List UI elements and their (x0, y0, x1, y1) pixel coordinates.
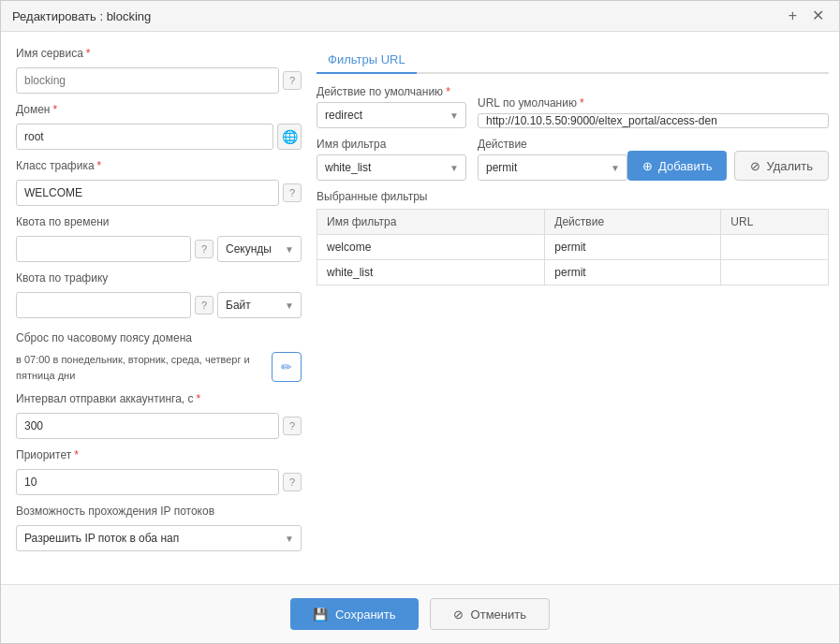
right-panel: Фильтры URL Действие по умолчанию * redi… (317, 47, 829, 569)
schedule-label: Сброс по часовому поясу домена (16, 331, 302, 344)
action-group: Действие permit deny redirect ▼ (478, 138, 627, 181)
filters-table: Имя фильтра Действие URL welcomepermitwh… (317, 209, 829, 285)
accounting-help-button[interactable]: ? (283, 417, 302, 435)
globe-button[interactable]: 🌐 (277, 124, 302, 150)
default-action-label: Действие по умолчанию * (317, 85, 466, 98)
close-window-button[interactable]: ✕ (808, 8, 828, 23)
priority-input[interactable] (16, 469, 279, 495)
default-url-input[interactable] (478, 113, 829, 128)
col-url: URL (721, 210, 829, 235)
action-label: Действие (478, 138, 627, 151)
cancel-button[interactable]: ⊘ Отменить (430, 598, 550, 630)
tabs: Фильтры URL (317, 47, 829, 74)
traffic-quota-input[interactable] (16, 292, 191, 318)
table-cell-url (721, 235, 829, 260)
time-unit-select[interactable]: Секунды Минуты Часы (217, 236, 302, 262)
time-unit-wrapper: Секунды Минуты Часы ▼ (217, 236, 302, 262)
traffic-class-row: ? (16, 180, 302, 206)
traffic-quota-help-button[interactable]: ? (195, 296, 214, 315)
table-header-row: Имя фильтра Действие URL (317, 210, 829, 235)
service-name-row: ? (16, 67, 302, 94)
time-quota-help-button[interactable]: ? (195, 240, 214, 258)
filter-controls-row: Имя фильтра white_list welcome default ▼… (317, 138, 829, 181)
filter-action-buttons: ⊕ Добавить ⊘ Удалить (627, 151, 829, 181)
ip-flow-wrapper: Разрешить IP поток в оба нап Только вход… (16, 525, 302, 551)
table-cell-url (721, 260, 829, 285)
traffic-quota-group: Квота по трафику ? Байт Кбайт Мбайт ▼ (16, 271, 302, 318)
traffic-quota-label: Квота по трафику (16, 271, 302, 285)
priority-row: ? (16, 469, 302, 495)
action-select[interactable]: permit deny redirect (478, 154, 627, 181)
accounting-group: Интервал отправки аккаунтинга, с * ? (16, 392, 302, 439)
service-name-group: Имя сервиса * ? (16, 47, 302, 94)
save-icon: 💾 (313, 607, 328, 622)
table-row[interactable]: welcomepermit (317, 235, 829, 260)
window-controls: + ✕ (785, 8, 828, 23)
traffic-quota-row: ? Байт Кбайт Мбайт ▼ (16, 292, 302, 318)
traffic-unit-select[interactable]: Байт Кбайт Мбайт (217, 292, 302, 318)
accounting-row: ? (16, 413, 302, 439)
ip-flow-group: Возможность прохождения IP потоков Разре… (16, 505, 302, 551)
table-cell-action: permit (545, 260, 721, 285)
table-cell-filter_name: welcome (317, 235, 545, 260)
default-action-group: Действие по умолчанию * redirect permit … (317, 85, 466, 128)
traffic-unit-wrapper: Байт Кбайт Мбайт ▼ (217, 292, 302, 318)
priority-label: Приоритет * (16, 448, 302, 461)
window-title: Редактировать : blocking (12, 9, 151, 23)
time-quota-group: Квота по времени ? Секунды Минуты Часы ▼ (16, 215, 302, 262)
ip-flow-select[interactable]: Разрешить IP поток в оба нап Только вход… (16, 525, 302, 551)
default-url-group: URL по умолчанию * (478, 96, 829, 128)
col-filter-name: Имя фильтра (317, 210, 545, 235)
filter-name-wrapper: white_list welcome default ▼ (317, 154, 466, 181)
filter-name-select[interactable]: white_list welcome default (317, 154, 466, 181)
table-cell-action: permit (545, 235, 721, 260)
selected-filters-label: Выбранные фильтры (317, 190, 829, 203)
domain-input[interactable] (16, 124, 273, 150)
filter-selects: Имя фильтра white_list welcome default ▼… (317, 138, 627, 181)
schedule-text: в 07:00 в понедельник, вторник, среда, ч… (16, 352, 264, 383)
schedule-row: в 07:00 в понедельник, вторник, среда, ч… (16, 352, 302, 383)
traffic-class-label: Класс трафика * (16, 159, 302, 172)
filter-name-group: Имя фильтра white_list welcome default ▼ (317, 138, 466, 181)
window-content: Имя сервиса * ? Домен * 🌐 (1, 32, 839, 584)
domain-row: 🌐 (16, 124, 302, 150)
table-row[interactable]: white_listpermit (317, 260, 829, 285)
default-url-label: URL по умолчанию * (478, 96, 829, 110)
default-row: Действие по умолчанию * redirect permit … (317, 85, 829, 128)
main-window: Редактировать : blocking + ✕ Имя сервиса… (0, 0, 840, 644)
schedule-group: Сброс по часовому поясу домена в 07:00 в… (16, 331, 302, 383)
tab-url-filters[interactable]: Фильтры URL (317, 47, 417, 74)
col-action: Действие (545, 210, 721, 235)
titlebar: Редактировать : blocking + ✕ (1, 1, 839, 32)
delete-circle-icon: ⊘ (750, 159, 760, 173)
time-quota-label: Квота по времени (16, 215, 302, 228)
traffic-class-group: Класс трафика * ? (16, 159, 302, 206)
add-filter-button[interactable]: ⊕ Добавить (627, 151, 727, 181)
accounting-label: Интервал отправки аккаунтинга, с * (16, 392, 302, 405)
service-name-help-button[interactable]: ? (283, 71, 302, 90)
left-panel: Имя сервиса * ? Домен * 🌐 (16, 47, 302, 569)
table-cell-filter_name: white_list (317, 260, 545, 285)
ip-flow-label: Возможность прохождения IP потоков (16, 505, 302, 518)
bottom-bar: 💾 Сохранить ⊘ Отменить (1, 584, 839, 643)
schedule-edit-button[interactable]: ✏ (272, 352, 302, 382)
default-action-select[interactable]: redirect permit deny (317, 102, 466, 128)
default-action-wrapper: redirect permit deny ▼ (317, 102, 466, 128)
cancel-icon: ⊘ (453, 607, 464, 622)
domain-label: Домен * (16, 103, 302, 116)
accounting-input[interactable] (16, 413, 279, 439)
domain-group: Домен * 🌐 (16, 103, 302, 150)
time-quota-row: ? Секунды Минуты Часы ▼ (16, 236, 302, 262)
add-window-button[interactable]: + (785, 8, 801, 23)
traffic-class-input[interactable] (16, 180, 279, 206)
traffic-class-help-button[interactable]: ? (283, 183, 302, 202)
service-name-input[interactable] (16, 67, 279, 94)
priority-help-button[interactable]: ? (283, 473, 302, 491)
action-wrapper: permit deny redirect ▼ (478, 154, 627, 181)
add-circle-icon: ⊕ (642, 159, 653, 173)
save-button[interactable]: 💾 Сохранить (290, 598, 419, 630)
delete-filter-button[interactable]: ⊘ Удалить (734, 151, 829, 181)
priority-group: Приоритет * ? (16, 448, 302, 495)
time-quota-input[interactable] (16, 236, 191, 262)
filter-name-label: Имя фильтра (317, 138, 466, 151)
